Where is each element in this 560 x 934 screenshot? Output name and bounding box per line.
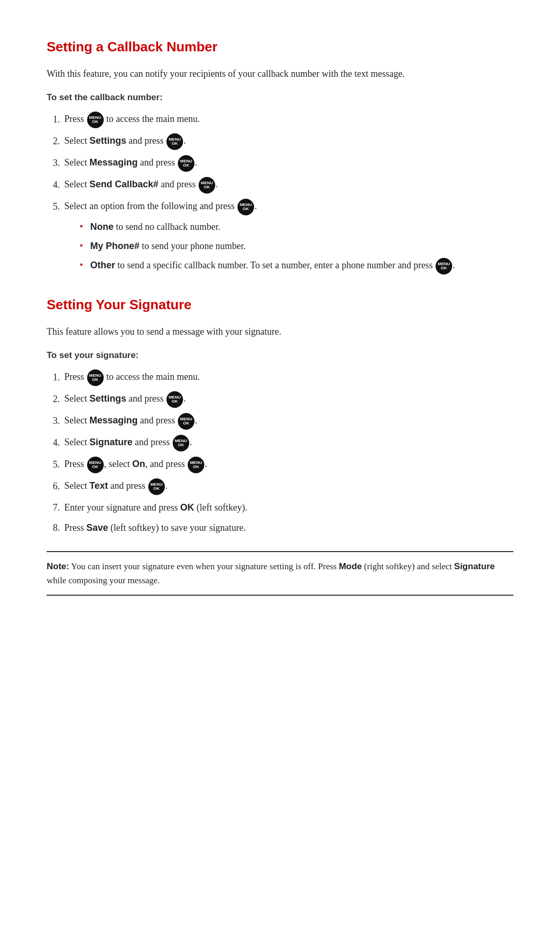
- section2-step-6: Select Text and press MENUOK.: [62, 478, 513, 495]
- none-text: to send no callback number.: [114, 222, 220, 232]
- step3-text-after: .: [195, 158, 198, 168]
- sub-item-other: Other to send a specific callback number…: [80, 258, 513, 274]
- myphone-bold: My Phone#: [90, 241, 139, 251]
- other-text: to send a specific callback number. To s…: [115, 260, 435, 270]
- menu-btn-s1-1: MENUOK: [87, 112, 104, 128]
- s2-step4-mid: and press: [133, 437, 172, 448]
- section2-sub-heading: To set your signature:: [47, 349, 513, 362]
- section1-title: Setting a Callback Number: [47, 36, 513, 57]
- step2-text-after: .: [184, 136, 186, 146]
- menu-btn-s2-2: MENUOK: [166, 391, 183, 408]
- none-bold: None: [90, 222, 114, 232]
- step5-text-after: .: [255, 201, 257, 212]
- s2-step5-after: .: [205, 459, 207, 470]
- section2-step-7: Enter your signature and press OK (left …: [62, 500, 513, 515]
- s2-step5-before: Press: [64, 459, 87, 470]
- s2-step3-before: Select: [64, 416, 89, 426]
- note-bold1: Mode: [339, 561, 361, 571]
- note-text3: while composing your message.: [47, 575, 160, 585]
- sub-item-none: None to send no callback number.: [80, 219, 513, 235]
- section1-steps: Press MENUOK to access the main menu. Se…: [62, 112, 513, 274]
- section2-step-3: Select Messaging and press MENUOK.: [62, 413, 513, 430]
- s2-step3-after: .: [195, 416, 198, 426]
- s2-step3-mid: and press: [138, 416, 177, 426]
- s2-step3-bold: Messaging: [89, 416, 137, 426]
- step2-text-mid: and press: [127, 136, 166, 146]
- s2-step5-mid2: , and press: [145, 459, 187, 470]
- step4-text-before: Select: [64, 180, 89, 190]
- step1-text-after: to access the main menu.: [104, 114, 200, 125]
- section2-step-1: Press MENUOK to access the main menu.: [62, 369, 513, 386]
- s2-step6-after: .: [165, 481, 168, 491]
- section1-sub-list: None to send no callback number. My Phon…: [80, 219, 513, 274]
- section1-step-3: Select Messaging and press MENUOK.: [62, 155, 513, 172]
- step4-text-after: .: [216, 180, 218, 190]
- s2-step2-mid: and press: [127, 394, 166, 404]
- s2-step8-after: (left softkey) to save your signature.: [108, 523, 246, 533]
- other-text-end: .: [453, 260, 455, 270]
- section2-steps: Press MENUOK to access the main menu. Se…: [62, 369, 513, 535]
- section2-title: Setting Your Signature: [47, 294, 513, 315]
- s2-step7-after: (left softkey).: [194, 502, 247, 513]
- section2-intro: This feature allows you to send a messag…: [47, 324, 513, 339]
- note-label: Note:: [47, 561, 69, 571]
- step4-bold: Send Callback#: [89, 180, 158, 190]
- section2-step-4: Select Signature and press MENUOK.: [62, 435, 513, 451]
- s2-step6-before: Select: [64, 481, 89, 491]
- step4-text-mid: and press: [159, 180, 198, 190]
- sub-item-myphone: My Phone# to send your phone number.: [80, 239, 513, 254]
- s2-step2-bold: Settings: [89, 394, 126, 404]
- s2-step1-before: Press: [64, 372, 87, 382]
- s2-step7-before: Enter your signature and press: [64, 502, 180, 513]
- menu-btn-s2-5a: MENUOK: [87, 457, 104, 473]
- menu-btn-s2-1: MENUOK: [87, 369, 104, 386]
- step2-bold: Settings: [89, 136, 126, 146]
- step3-bold: Messaging: [89, 158, 137, 168]
- myphone-text: to send your phone number.: [139, 241, 246, 251]
- s2-step5-bold: On: [132, 459, 145, 470]
- content-area: Setting a Callback Number With this feat…: [47, 36, 513, 637]
- note-text: You can insert your signature even when …: [69, 561, 339, 571]
- s2-step1-after: to access the main menu.: [104, 372, 200, 382]
- section1-step-1: Press MENUOK to access the main menu.: [62, 112, 513, 128]
- menu-btn-s1-2: MENUOK: [166, 133, 183, 150]
- section2-step-2: Select Settings and press MENUOK.: [62, 391, 513, 408]
- s2-step8-before: Press: [64, 523, 87, 533]
- s2-step4-after: .: [190, 437, 192, 448]
- menu-btn-s2-5b: MENUOK: [188, 457, 204, 473]
- step1-text-before: Press: [64, 114, 87, 125]
- menu-btn-s1-4: MENUOK: [199, 177, 215, 194]
- menu-btn-s2-3: MENUOK: [178, 413, 194, 430]
- section1-step-5: Select an option from the following and …: [62, 199, 513, 274]
- section2-step-5: Press MENUOK, select On, and press MENUO…: [62, 457, 513, 473]
- s2-step2-before: Select: [64, 394, 89, 404]
- note-text2: (right softkey) and select: [362, 561, 454, 571]
- menu-btn-s2-6: MENUOK: [148, 478, 165, 495]
- menu-btn-s1-3: MENUOK: [178, 155, 194, 172]
- section2-step-8: Press Save (left softkey) to save your s…: [62, 520, 513, 535]
- s2-step6-bold: Text: [89, 481, 108, 491]
- section1-step-4: Select Send Callback# and press MENUOK.: [62, 177, 513, 194]
- s2-step4-before: Select: [64, 437, 89, 448]
- note-box: Note: You can insert your signature even…: [47, 551, 513, 596]
- step3-text-before: Select: [64, 158, 89, 168]
- s2-step4-bold: Signature: [89, 437, 132, 448]
- section1-sub-heading: To set the callback number:: [47, 91, 513, 104]
- s2-step2-after: .: [184, 394, 186, 404]
- menu-btn-s1-5-other: MENUOK: [436, 258, 452, 274]
- menu-btn-s2-4: MENUOK: [173, 435, 189, 451]
- section1-step-2: Select Settings and press MENUOK.: [62, 133, 513, 150]
- s2-step8-bold: Save: [87, 523, 108, 533]
- s2-step5-mid: , select: [104, 459, 132, 470]
- s2-step6-mid: and press: [108, 481, 147, 491]
- note-bold2: Signature: [454, 561, 495, 571]
- menu-btn-s1-5: MENUOK: [237, 199, 254, 215]
- step3-text-mid: and press: [138, 158, 177, 168]
- section1-intro: With this feature, you can notify your r…: [47, 66, 513, 81]
- s2-step7-bold: OK: [180, 502, 194, 513]
- other-bold: Other: [90, 260, 115, 270]
- step5-text-before: Select an option from the following and …: [64, 201, 237, 212]
- page-wrapper: Setting a Callback Number With this feat…: [47, 36, 513, 934]
- step2-text-before: Select: [64, 136, 89, 146]
